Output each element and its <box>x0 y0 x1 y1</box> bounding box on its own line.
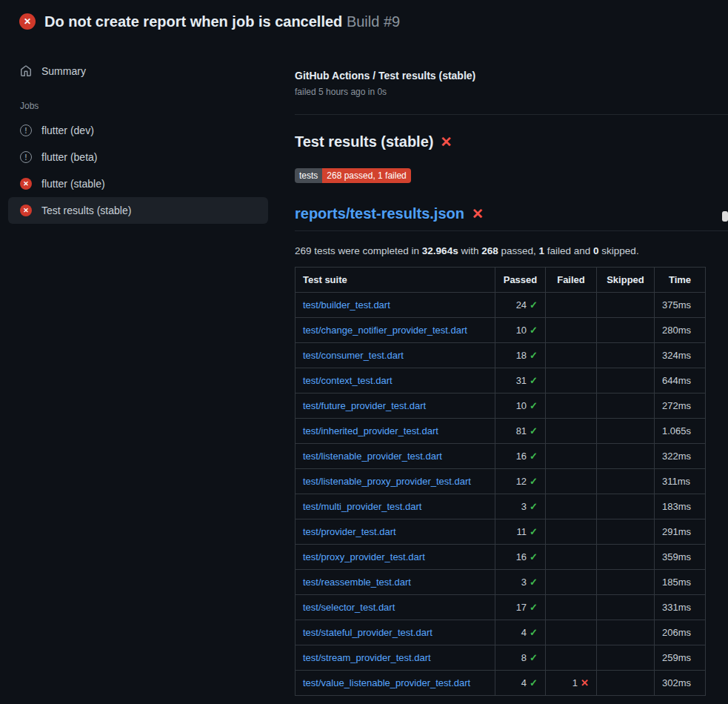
passed-cell-count: 10 <box>516 400 527 411</box>
sidebar-item-flutter-beta[interactable]: ! flutter (beta) <box>8 144 268 170</box>
skipped-cell <box>597 343 655 368</box>
table-row: test/inherited_provider_test.dart81✓1.06… <box>295 419 706 444</box>
badge-label: tests <box>295 168 322 183</box>
table-row: test/listenable_proxy_provider_test.dart… <box>295 469 706 494</box>
check-icon: ✓ <box>530 451 538 462</box>
failed-cell-count: 1 <box>572 677 578 688</box>
check-icon: ✓ <box>530 476 538 487</box>
cancelled-icon: ! <box>20 151 32 163</box>
suite-link[interactable]: test/proxy_provider_test.dart <box>303 551 425 562</box>
suite-link[interactable]: test/provider_test.dart <box>303 526 396 537</box>
failed-cell <box>546 419 597 444</box>
failed-cell <box>546 545 597 570</box>
table-row: test/provider_test.dart11✓291ms <box>295 519 706 545</box>
run-title: Do not create report when job is cancell… <box>44 13 342 30</box>
suite-link[interactable]: test/context_test.dart <box>303 375 393 386</box>
suite-link[interactable]: test/listenable_proxy_provider_test.dart <box>303 476 471 487</box>
main-content: GitHub Actions / Test results (stable) f… <box>283 40 728 696</box>
passed-cell: 10✓ <box>495 318 546 343</box>
passed-cell-count: 18 <box>516 350 527 361</box>
skipped-cell <box>597 293 655 318</box>
suite-link[interactable]: test/future_provider_test.dart <box>303 400 426 411</box>
summary-failed: 1 <box>539 245 545 256</box>
failed-cell <box>546 368 597 393</box>
suite-link[interactable]: test/stateful_provider_test.dart <box>303 627 433 638</box>
check-icon: ✓ <box>530 425 538 436</box>
suite-link[interactable]: test/listenable_provider_test.dart <box>303 451 442 462</box>
sidebar-item-summary[interactable]: Summary <box>8 58 268 84</box>
skipped-cell <box>597 595 655 620</box>
col-header-time: Time <box>655 268 706 293</box>
suite-link[interactable]: test/multi_provider_test.dart <box>303 501 421 512</box>
sidebar-item-flutter-stable[interactable]: ✕ flutter (stable) <box>8 170 268 197</box>
suite-cell: test/selector_test.dart <box>295 595 495 620</box>
failed-cell <box>546 393 597 419</box>
check-icon: ✓ <box>530 299 538 311</box>
table-row: test/listenable_provider_test.dart16✓322… <box>295 444 706 469</box>
report-link[interactable]: reports/test-results.json <box>295 205 464 222</box>
suite-link[interactable]: test/consumer_test.dart <box>303 350 404 361</box>
check-icon: ✓ <box>530 325 538 336</box>
passed-cell-count: 12 <box>516 476 527 487</box>
passed-cell: 16✓ <box>495 444 546 469</box>
failed-cell <box>546 620 597 645</box>
skipped-cell <box>597 494 655 519</box>
page-title: Do not create report when job is cancell… <box>44 13 400 30</box>
passed-cell-count: 3 <box>521 577 527 588</box>
skipped-cell <box>597 545 655 570</box>
sidebar-item-flutter-dev[interactable]: ! flutter (dev) <box>8 117 268 144</box>
suite-link[interactable]: test/inherited_provider_test.dart <box>303 425 438 436</box>
col-header-skipped: Skipped <box>597 268 655 293</box>
time-cell: 280ms <box>655 318 706 343</box>
results-table: Test suite Passed Failed Skipped Time te… <box>295 267 706 696</box>
passed-cell-count: 3 <box>521 501 527 512</box>
suite-cell: test/value_listenable_provider_test.dart <box>295 671 495 696</box>
passed-cell-count: 16 <box>516 451 527 462</box>
check-icon: ✓ <box>530 627 538 638</box>
failed-x-icon: ✕ <box>472 207 484 221</box>
check-icon: ✓ <box>530 400 538 411</box>
failed-cell <box>546 595 597 620</box>
suite-link[interactable]: test/stream_provider_test.dart <box>303 652 431 663</box>
sidebar-item-label: Summary <box>41 65 86 77</box>
breadcrumb[interactable]: GitHub Actions / Test results (stable) <box>295 70 728 82</box>
badge-value: 268 passed, 1 failed <box>322 168 410 183</box>
time-cell: 185ms <box>655 570 706 595</box>
table-row: test/stateful_provider_test.dart4✓206ms <box>295 620 706 645</box>
passed-cell: 3✓ <box>495 494 546 519</box>
failed-icon: ✕ <box>20 205 32 216</box>
table-row: test/stream_provider_test.dart8✓259ms <box>295 645 706 671</box>
suite-link[interactable]: test/selector_test.dart <box>303 602 395 613</box>
suite-link[interactable]: test/value_listenable_provider_test.dart <box>303 677 470 688</box>
check-icon: ✓ <box>530 501 538 512</box>
time-cell: 272ms <box>655 393 706 419</box>
time-cell: 324ms <box>655 343 706 368</box>
skipped-cell <box>597 519 655 545</box>
time-cell: 359ms <box>655 545 706 570</box>
table-row: test/context_test.dart31✓644ms <box>295 368 706 393</box>
suite-link[interactable]: test/reassemble_test.dart <box>303 577 411 588</box>
scrollbar-thumb[interactable] <box>722 211 728 222</box>
passed-cell: 12✓ <box>495 469 546 494</box>
tests-badge: tests 268 passed, 1 failed <box>295 168 411 183</box>
time-cell: 311ms <box>655 469 706 494</box>
passed-cell-count: 10 <box>516 325 527 336</box>
skipped-cell <box>597 393 655 419</box>
time-cell: 259ms <box>655 645 706 671</box>
passed-cell: 11✓ <box>495 519 546 545</box>
skipped-cell <box>597 570 655 595</box>
skipped-cell <box>597 419 655 444</box>
suite-link[interactable]: test/change_notifier_provider_test.dart <box>303 325 467 336</box>
suite-cell: test/listenable_proxy_provider_test.dart <box>295 469 495 494</box>
sidebar-item-label: Test results (stable) <box>41 205 131 216</box>
col-header-suite: Test suite <box>295 268 495 293</box>
passed-cell: 10✓ <box>495 393 546 419</box>
suite-cell: test/listenable_provider_test.dart <box>295 444 495 469</box>
passed-cell: 18✓ <box>495 343 546 368</box>
time-cell: 322ms <box>655 444 706 469</box>
sidebar-item-test-results-stable[interactable]: ✕ Test results (stable) <box>8 197 268 224</box>
divider <box>295 114 728 115</box>
time-cell: 206ms <box>655 620 706 645</box>
passed-cell: 24✓ <box>495 293 546 318</box>
suite-link[interactable]: test/builder_test.dart <box>303 299 390 311</box>
